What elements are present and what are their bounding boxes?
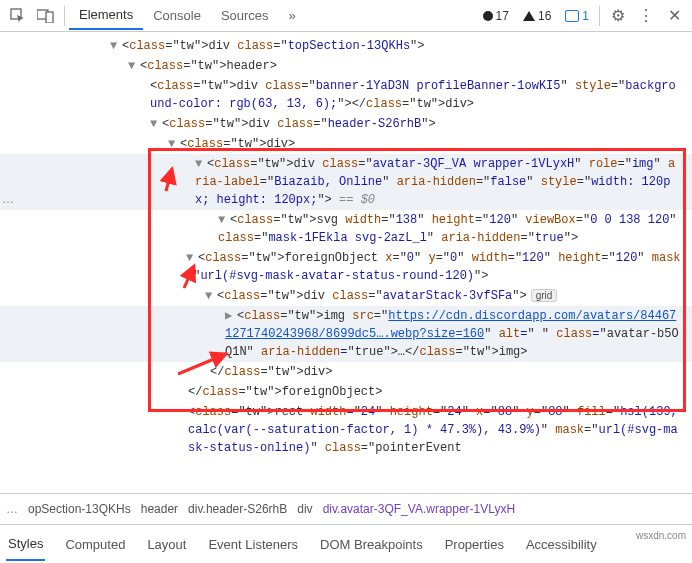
tab-sources[interactable]: Sources xyxy=(211,2,279,29)
breadcrumb-bar: … opSection-13QKHs header div.header-S26… xyxy=(0,493,692,525)
tab-event-listeners[interactable]: Event Listeners xyxy=(206,529,300,560)
chevron-down-icon[interactable]: ▼ xyxy=(128,57,140,75)
dom-node-close[interactable]: </class="tw">div> xyxy=(0,362,692,382)
tab-elements[interactable]: Elements xyxy=(69,1,143,30)
tab-accessibility[interactable]: Accessibility xyxy=(524,529,599,560)
dom-node[interactable]: ▼<class="tw">svg width="138" height="120… xyxy=(0,210,692,248)
breadcrumb-item-selected[interactable]: div.avatar-3QF_VA.wrapper-1VLyxH xyxy=(323,502,516,516)
tab-more[interactable]: » xyxy=(279,2,306,29)
separator xyxy=(64,6,65,26)
dom-node[interactable]: ▼<class="tw">div class="avatarStack-3vfS… xyxy=(0,286,692,306)
chevron-down-icon[interactable]: ▼ xyxy=(205,287,217,305)
tab-layout[interactable]: Layout xyxy=(145,529,188,560)
separator xyxy=(599,6,600,26)
dom-node[interactable]: ▼<class="tw">header> xyxy=(0,56,692,76)
close-icon[interactable]: ✕ xyxy=(660,6,688,25)
kebab-menu-icon[interactable]: ⋮ xyxy=(632,6,660,25)
chevron-down-icon[interactable]: ▼ xyxy=(218,211,230,229)
status-badges: 17 16 1 xyxy=(483,9,589,23)
error-dot-icon xyxy=(483,11,493,21)
chevron-down-icon[interactable]: ▼ xyxy=(186,249,198,267)
chevron-down-icon[interactable]: ▼ xyxy=(110,37,122,55)
chevron-down-icon[interactable]: ▼ xyxy=(168,135,180,153)
dom-node[interactable]: ▼<class="tw">div class="header-S26rhB"> xyxy=(0,114,692,134)
breadcrumb-item[interactable]: div.header-S26rhB xyxy=(188,502,287,516)
inspect-icon[interactable] xyxy=(4,2,32,30)
gutter-dots: … xyxy=(2,192,15,206)
breadcrumb-item[interactable]: opSection-13QKHs xyxy=(28,502,131,516)
tab-styles[interactable]: Styles xyxy=(6,528,45,561)
device-toggle-icon[interactable] xyxy=(32,2,60,30)
settings-gear-icon[interactable]: ⚙ xyxy=(604,6,632,25)
errors-badge[interactable]: 17 xyxy=(483,9,509,23)
issues-count: 1 xyxy=(582,9,589,23)
dom-node[interactable]: ▼<class="tw">div> xyxy=(0,134,692,154)
issues-icon xyxy=(565,10,579,22)
dom-node[interactable]: ▼<class="tw">foreignObject x="0" y="0" w… xyxy=(0,248,692,286)
dom-node-close[interactable]: </class="tw">foreignObject> xyxy=(0,382,692,402)
errors-count: 17 xyxy=(496,9,509,23)
tab-console[interactable]: Console xyxy=(143,2,211,29)
dom-node[interactable]: <class="tw">div class="banner-1YaD3N pro… xyxy=(0,76,692,114)
breadcrumb-overflow[interactable]: … xyxy=(6,502,18,516)
dom-node[interactable]: ▼<class="tw">div class="topSection-13QKH… xyxy=(0,36,692,56)
styles-tabbar: Styles Computed Layout Event Listeners D… xyxy=(0,525,692,563)
dom-node[interactable]: <class="tw">rect width="24" height="24" … xyxy=(0,402,692,458)
warning-triangle-icon xyxy=(523,11,535,21)
warnings-count: 16 xyxy=(538,9,551,23)
chevron-down-icon[interactable]: ▼ xyxy=(195,155,207,173)
chevron-down-icon[interactable]: ▼ xyxy=(150,115,162,133)
chevron-right-icon[interactable]: ▶ xyxy=(225,307,237,325)
grid-badge[interactable]: grid xyxy=(531,289,558,302)
eq0-hint: == $0 xyxy=(332,193,375,207)
tab-properties[interactable]: Properties xyxy=(443,529,506,560)
breadcrumb-item[interactable]: header xyxy=(141,502,178,516)
dom-node-selected[interactable]: ▼<class="tw">div class="avatar-3QF_VA wr… xyxy=(0,154,692,210)
breadcrumb-item[interactable]: div xyxy=(297,502,312,516)
dom-node-img[interactable]: ▶<class="tw">img src="https://cdn.discor… xyxy=(0,306,692,362)
tab-computed[interactable]: Computed xyxy=(63,529,127,560)
tab-dom-breakpoints[interactable]: DOM Breakpoints xyxy=(318,529,425,560)
dom-tree-panel[interactable]: … ▼<class="tw">div class="topSection-13Q… xyxy=(0,32,692,493)
watermark: wsxdn.com xyxy=(636,530,686,541)
devtools-toolbar: Elements Console Sources » 17 16 1 ⚙ ⋮ ✕ xyxy=(0,0,692,32)
issues-badge[interactable]: 1 xyxy=(565,9,589,23)
warnings-badge[interactable]: 16 xyxy=(523,9,551,23)
svg-rect-2 xyxy=(46,12,53,23)
